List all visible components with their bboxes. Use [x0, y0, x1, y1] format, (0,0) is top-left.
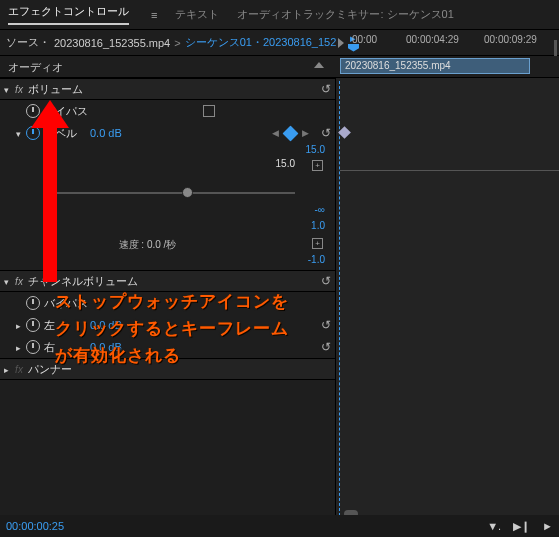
- collapse-up-icon[interactable]: [314, 62, 324, 68]
- expand-plus-icon[interactable]: +: [312, 160, 323, 171]
- expand-plus-icon[interactable]: +: [312, 238, 323, 249]
- source-clip-name: 20230816_152355.mp4: [54, 37, 170, 49]
- scale-neg-inf: -∞: [0, 204, 335, 220]
- playhead-marker-icon[interactable]: [348, 44, 359, 52]
- add-keyframe-button[interactable]: [283, 125, 299, 141]
- fx-badge-icon[interactable]: fx: [12, 84, 26, 95]
- keyframe-icon[interactable]: [338, 126, 351, 139]
- stopwatch-icon[interactable]: [26, 104, 40, 118]
- timeline-clip[interactable]: 20230816_152355.mp4: [340, 58, 530, 74]
- tab-text[interactable]: テキスト: [175, 7, 219, 22]
- level-slider-track[interactable]: [50, 192, 295, 194]
- reset-button[interactable]: ↺: [321, 274, 331, 288]
- twirl-volume[interactable]: [0, 83, 12, 95]
- reset-button[interactable]: ↺: [321, 340, 331, 354]
- reset-button[interactable]: ↺: [321, 126, 331, 140]
- time-label: 00:00: [352, 34, 377, 45]
- level-graph-line[interactable]: [340, 170, 559, 171]
- timeline-ruler[interactable]: ▸ 00:00 00:00:04:29 00:00:09:29: [344, 30, 559, 56]
- stopwatch-icon[interactable]: [26, 126, 40, 140]
- timeline-end-handle[interactable]: [554, 40, 557, 56]
- keyframe-timeline[interactable]: [336, 78, 559, 520]
- annotation-text: ストップウォッチアイコンを クリックするとキーフレーム が有効化される: [55, 288, 289, 370]
- scale-neg-one: -1.0: [0, 254, 335, 270]
- level-label: レベル: [42, 126, 90, 141]
- stopwatch-icon[interactable]: [26, 296, 40, 310]
- level-value[interactable]: 0.0 dB: [90, 127, 130, 139]
- volume-title: ボリューム: [26, 82, 335, 97]
- twirl-right[interactable]: [12, 341, 24, 353]
- reset-button[interactable]: ↺: [321, 82, 331, 96]
- prev-keyframe-icon[interactable]: ◀: [272, 128, 279, 138]
- bypass-checkbox[interactable]: [203, 105, 215, 117]
- play-icon[interactable]: ▶❙: [513, 520, 530, 533]
- twirl-left[interactable]: [12, 319, 24, 331]
- reset-button[interactable]: ↺: [321, 318, 331, 332]
- channel-volume-title: チャンネルボリューム: [26, 274, 335, 289]
- source-prefix: ソース・: [6, 35, 50, 50]
- tab-effect-controls[interactable]: エフェクトコントロール: [8, 4, 129, 25]
- tab-audio-mixer[interactable]: オーディオトラックミキサー: シーケンス01: [237, 7, 453, 22]
- bypass-label: バイパス: [42, 104, 203, 119]
- sequence-link[interactable]: シーケンス01・20230816_152355...: [185, 35, 336, 50]
- stopwatch-icon[interactable]: [26, 318, 40, 332]
- fx-badge-icon: fx: [12, 364, 26, 375]
- stopwatch-icon[interactable]: [26, 340, 40, 354]
- current-timecode[interactable]: 00:00:00:25: [6, 520, 64, 532]
- share-icon[interactable]: ►: [542, 520, 553, 533]
- time-label: 00:00:04:29: [406, 34, 459, 45]
- twirl-channel-volume[interactable]: [0, 275, 12, 287]
- panel-menu-icon[interactable]: ≡: [147, 9, 157, 21]
- chevron-right-icon: >: [174, 37, 180, 49]
- twirl-panner[interactable]: [0, 363, 12, 375]
- level-slider-thumb[interactable]: [182, 187, 193, 198]
- next-keyframe-icon[interactable]: ▶: [302, 128, 309, 138]
- speed-readout: 速度 : 0.0 /秒: [0, 238, 335, 252]
- scale-label: 15.0: [276, 158, 295, 169]
- time-label: 00:00:09:29: [484, 34, 537, 45]
- audio-header: オーディオ: [8, 61, 63, 73]
- filter-icon[interactable]: ▼.: [487, 520, 501, 533]
- scale-one: 1.0: [0, 220, 335, 236]
- twirl-level[interactable]: [12, 127, 24, 139]
- fx-badge-icon[interactable]: fx: [12, 276, 26, 287]
